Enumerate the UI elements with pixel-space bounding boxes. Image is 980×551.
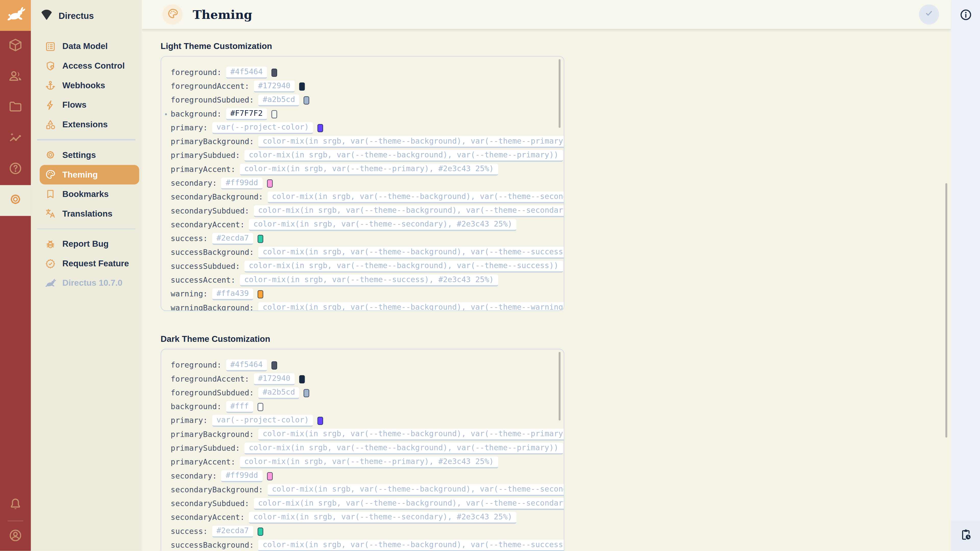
help-icon [8, 161, 23, 178]
color-swatch[interactable] [299, 375, 305, 383]
theme-field-row: foregroundAccent:#172940 [171, 372, 564, 386]
field-value-input[interactable]: color-mix(in srgb, var(--theme--secondar… [249, 219, 517, 231]
module-settings-button[interactable] [0, 185, 31, 216]
color-swatch[interactable] [258, 234, 263, 243]
sidebar-item-request-feature[interactable]: Request Feature [40, 254, 139, 273]
field-value-input[interactable]: color-mix(in srgb, var(--theme--success)… [240, 274, 498, 286]
field-value-input[interactable]: color-mix(in srgb, var(--theme--backgrou… [245, 260, 563, 272]
field-value-input[interactable]: color-mix(in srgb, var(--theme--backgrou… [258, 136, 564, 148]
editor-scrollbar[interactable] [558, 352, 561, 421]
module-content-button[interactable] [0, 31, 31, 62]
field-value-input[interactable]: #ffa439 [212, 288, 253, 300]
module-file-library-button[interactable] [0, 93, 31, 124]
field-value-input[interactable]: color-mix(in srgb, var(--theme--backgrou… [258, 302, 564, 311]
save-button[interactable] [919, 4, 939, 24]
field-label: secondary: [171, 472, 217, 480]
section-title: Light Theme Customization [161, 41, 932, 51]
color-swatch[interactable] [318, 416, 323, 424]
field-label: secondaryAccent: [171, 221, 245, 229]
notifications-button[interactable] [0, 491, 31, 519]
field-value-input[interactable]: #4f5464 [226, 66, 267, 78]
sidebar-item-settings[interactable]: Settings [40, 145, 139, 165]
field-value-input[interactable]: color-mix(in srgb, var(--theme--backgrou… [258, 539, 564, 551]
field-value-input[interactable]: #2ecda7 [212, 525, 253, 537]
page-scrollbar[interactable] [945, 183, 947, 437]
main-panel: Theming Light Theme Customization foregr… [142, 0, 951, 551]
theme-field-row: secondary:#ff99dd [171, 469, 564, 483]
field-value-input[interactable]: #ff99dd [221, 177, 262, 189]
field-value-input[interactable]: color-mix(in srgb, var(--theme--backgrou… [267, 191, 564, 203]
color-swatch[interactable] [304, 389, 310, 397]
field-value-input[interactable]: color-mix(in srgb, var(--theme--primary)… [240, 456, 498, 468]
field-value-input[interactable]: color-mix(in srgb, var(--theme--backgrou… [254, 205, 564, 217]
field-value-input[interactable]: color-mix(in srgb, var(--theme--backgrou… [267, 484, 564, 496]
color-swatch[interactable] [272, 361, 277, 369]
field-label: warning: [171, 289, 208, 299]
sidebar-item-webhooks[interactable]: Webhooks [40, 76, 139, 95]
field-label: background: [171, 110, 221, 118]
module-insights-button[interactable] [0, 124, 31, 154]
editor-scrollbar[interactable] [558, 59, 561, 128]
field-value-input[interactable]: #ff99dd [221, 470, 262, 482]
color-swatch[interactable] [267, 179, 272, 187]
sidebar-item-bookmarks[interactable]: Bookmarks [40, 184, 139, 204]
theme-field-row: successSubdued:color-mix(in srgb, var(--… [171, 259, 564, 273]
color-swatch[interactable] [272, 110, 277, 118]
check-icon [923, 8, 935, 21]
field-value-input[interactable]: var(--project-color) [212, 122, 313, 134]
field-value-input[interactable]: color-mix(in srgb, var(--theme--backgrou… [258, 428, 564, 440]
field-value-input[interactable]: color-mix(in srgb, var(--theme--backgrou… [245, 442, 563, 454]
field-label: secondarySubdued: [171, 499, 249, 508]
field-value-input[interactable]: #a2b5cd [258, 94, 299, 106]
sidebar-item-data-model[interactable]: Data Model [40, 37, 139, 56]
module-user-directory-button[interactable] [0, 62, 31, 93]
sidebar-item-label: Report Bug [62, 239, 108, 249]
field-value-input[interactable]: var(--project-color) [212, 414, 313, 427]
field-value-input[interactable]: #172940 [254, 373, 295, 385]
field-value-input[interactable]: color-mix(in srgb, var(--theme--backgrou… [254, 498, 564, 510]
sidebar-item-report-bug[interactable]: Report Bug [40, 234, 139, 254]
info-sidebar-button[interactable] [956, 6, 976, 26]
field-label: foreground: [171, 361, 221, 370]
sidebar-item-label: Flows [62, 100, 86, 110]
color-swatch[interactable] [258, 403, 263, 411]
field-value-input[interactable]: #fff [226, 401, 253, 413]
user-menu-button[interactable] [0, 523, 31, 551]
directus-logo-button[interactable] [0, 0, 31, 31]
color-swatch[interactable] [304, 96, 310, 104]
color-swatch[interactable] [258, 527, 263, 535]
sidebar-item-access-control[interactable]: Access Control [40, 56, 139, 76]
field-label: foreground: [171, 68, 221, 77]
directus-app: Directus Data Model [0, 0, 980, 551]
theme-field-row: background:#F7F7F2 [171, 107, 564, 121]
sidebar-item-translations[interactable]: Translations [40, 203, 139, 223]
field-value-input[interactable]: color-mix(in srgb, var(--theme--secondar… [249, 511, 517, 524]
field-value-input[interactable]: color-mix(in srgb, var(--theme--backgrou… [245, 149, 563, 162]
color-swatch[interactable] [267, 472, 272, 480]
project-chooser[interactable]: Directus [40, 6, 137, 26]
sidebar-item-theming[interactable]: Theming [40, 165, 139, 184]
field-value-input[interactable]: #a2b5cd [258, 387, 299, 399]
color-swatch[interactable] [318, 124, 323, 132]
field-label: primaryAccent: [171, 457, 235, 467]
sidebar-item-flows[interactable]: Flows [40, 95, 139, 115]
field-label: secondaryBackground: [171, 192, 263, 202]
bell-icon [8, 497, 23, 514]
sidebar-item-extensions[interactable]: Extensions [40, 114, 139, 134]
field-value-input[interactable]: color-mix(in srgb, var(--theme--primary)… [240, 163, 498, 175]
color-swatch[interactable] [299, 82, 305, 90]
field-value-input[interactable]: #2ecda7 [212, 233, 253, 245]
field-value-input[interactable]: color-mix(in srgb, var(--theme--backgrou… [258, 246, 564, 259]
field-value-input[interactable]: #F7F7F2 [226, 108, 267, 120]
field-value-input[interactable]: #172940 [254, 80, 295, 92]
field-label: successBackground: [171, 248, 254, 257]
field-label: primaryBackground: [171, 430, 254, 439]
field-value-input[interactable]: #4f5464 [226, 359, 267, 371]
theme-field-row: secondaryBackground:color-mix(in srgb, v… [171, 190, 564, 204]
color-swatch[interactable] [258, 290, 263, 298]
field-label: secondary: [171, 179, 217, 188]
activity-sidebar-button[interactable] [951, 520, 980, 551]
field-label: primarySubdued: [171, 151, 240, 160]
color-swatch[interactable] [272, 68, 277, 76]
module-docs-button[interactable] [0, 154, 31, 185]
